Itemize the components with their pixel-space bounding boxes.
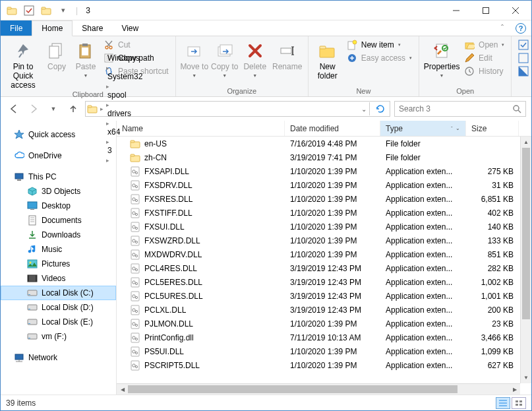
search-box[interactable]: Search 3 — [394, 101, 526, 117]
scroll-left-icon[interactable]: ◀ — [117, 384, 128, 395]
close-button[interactable] — [500, 1, 530, 20]
nav-documents[interactable]: Documents — [1, 213, 116, 228]
file-row[interactable]: PSCRIPT5.DLL1/10/2020 1:39 PMApplication… — [117, 358, 520, 372]
nav-this-pc[interactable]: This PC — [1, 170, 116, 184]
scroll-up-icon[interactable]: ▲ — [521, 137, 531, 148]
history-button[interactable]: History — [461, 65, 507, 77]
col-size[interactable]: Size — [466, 121, 519, 136]
scroll-down-icon[interactable]: ▼ — [521, 372, 531, 383]
tab-view[interactable]: View — [112, 20, 148, 36]
navigation-pane[interactable]: Quick access OneDrive This PC 3D Objects… — [1, 121, 117, 395]
file-row[interactable]: FXSUI.DLL1/10/2020 1:39 PMApplication ex… — [117, 220, 520, 234]
invert-selection-button[interactable]: Invert selection — [516, 65, 532, 77]
file-row[interactable]: PJLMON.DLL1/10/2020 1:39 PMApplication e… — [117, 317, 520, 331]
qat-folder2-icon[interactable] — [39, 3, 53, 18]
file-row[interactable]: PrintConfig.dll7/11/2019 10:13 AMApplica… — [117, 331, 520, 344]
tab-share[interactable]: Share — [73, 20, 112, 36]
minimize-button[interactable] — [441, 1, 471, 20]
view-details-button[interactable] — [496, 397, 510, 409]
delete-button[interactable]: Delete▼ — [241, 38, 270, 79]
nav-music[interactable]: Music — [1, 242, 116, 257]
properties-button[interactable]: Properties▼ — [423, 38, 460, 79]
col-type[interactable]: Typeˆ ⌄ — [380, 121, 466, 136]
scroll-right-icon[interactable]: ▶ — [509, 384, 520, 395]
nav-vm-f[interactable]: vm (F:) — [1, 329, 116, 344]
file-row[interactable]: FXSRES.DLL1/10/2020 1:39 PMApplication e… — [117, 192, 520, 206]
collapse-ribbon-icon[interactable]: ˆ — [494, 24, 510, 33]
view-large-icons-button[interactable] — [512, 397, 526, 409]
paste-button[interactable]: Paste ▼ — [72, 38, 100, 79]
tab-file[interactable]: File — [1, 20, 32, 36]
breadcrumb-windows[interactable]: Windows — [106, 53, 144, 63]
refresh-button[interactable] — [372, 104, 388, 114]
nav-onedrive[interactable]: OneDrive — [1, 148, 116, 163]
nav-videos[interactable]: Videos — [1, 271, 116, 286]
file-row[interactable]: FXSWZRD.DLL1/10/2020 1:39 PMApplication … — [117, 234, 520, 247]
file-name: FXSDRV.DLL — [144, 181, 192, 190]
open-button[interactable]: Open ▾ — [461, 39, 507, 51]
file-row[interactable]: PCL5URES.DLL3/19/2019 12:43 PMApplicatio… — [117, 289, 520, 303]
col-name[interactable]: Name — [117, 121, 285, 136]
rename-button[interactable]: Rename — [271, 38, 304, 72]
nav-network[interactable]: Network — [1, 350, 116, 365]
nav-pictures[interactable]: Pictures — [1, 257, 116, 271]
tab-home[interactable]: Home — [32, 20, 73, 36]
file-date: 1/10/2020 1:39 PM — [285, 181, 380, 190]
back-button[interactable] — [6, 101, 22, 117]
file-row[interactable]: FXSDRV.DLL1/10/2020 1:39 PMApplication e… — [117, 178, 520, 192]
qat-folder-icon[interactable] — [5, 3, 19, 18]
chevron-right-icon[interactable]: ▸ — [106, 102, 109, 108]
new-item-button[interactable]: New item ▾ — [344, 39, 415, 51]
nav-quick-access[interactable]: Quick access — [1, 127, 116, 142]
nav-disk-d[interactable]: Local Disk (D:) — [1, 300, 116, 315]
file-row[interactable]: zh-CN3/19/2019 7:41 PMFile folder — [117, 150, 520, 164]
maximize-button[interactable] — [471, 1, 500, 20]
file-row[interactable]: PCLXL.DLL3/19/2019 12:43 PMApplication e… — [117, 303, 520, 317]
scroll-thumb[interactable] — [522, 148, 530, 319]
horizontal-scrollbar[interactable]: ◀ ▶ — [117, 383, 520, 395]
breadcrumb-drivers[interactable]: drivers — [106, 109, 144, 118]
recent-locations-button[interactable]: ▼ — [45, 101, 61, 117]
breadcrumb-system32[interactable]: System32 — [106, 72, 144, 81]
file-rows[interactable]: en-US7/16/2019 4:48 PMFile folderzh-CN3/… — [117, 137, 531, 395]
nav-3d-objects[interactable]: 3D Objects — [1, 184, 116, 199]
file-row[interactable]: PS5UI.DLL1/10/2020 1:39 PMApplication ex… — [117, 344, 520, 358]
chevron-right-icon[interactable]: ▸ — [106, 65, 109, 71]
address-bar[interactable]: ▸ Windows▸System32▸spool▸drivers▸x64▸3▸ … — [85, 101, 390, 117]
qat-properties-icon[interactable] — [22, 3, 36, 18]
file-name: FXSWZRD.DLL — [144, 236, 200, 245]
copy-to-button[interactable]: Copy to▼ — [210, 38, 239, 79]
forward-button[interactable] — [26, 101, 42, 117]
select-all-icon — [518, 40, 529, 50]
select-all-button[interactable]: Select all — [516, 39, 532, 51]
title-bar: ▾ | 3 — [1, 1, 531, 20]
address-dropdown-icon[interactable]: ⌄ — [361, 106, 367, 113]
up-button[interactable] — [65, 101, 81, 117]
nav-disk-e[interactable]: Local Disk (E:) — [1, 315, 116, 329]
file-row[interactable]: FXSAPI.DLL1/10/2020 1:39 PMApplication e… — [117, 164, 520, 178]
file-row[interactable]: en-US7/16/2019 4:48 PMFile folder — [117, 137, 520, 150]
nav-desktop[interactable]: Desktop — [1, 199, 116, 213]
cut-button[interactable]: Cut — [101, 39, 171, 51]
scroll-thumb-h[interactable] — [128, 385, 458, 393]
nav-disk-c[interactable]: Local Disk (C:) — [1, 286, 116, 300]
col-date[interactable]: Date modified — [285, 121, 380, 136]
nav-downloads[interactable]: Downloads — [1, 228, 116, 242]
breadcrumb-spool[interactable]: spool — [106, 90, 144, 100]
move-to-button[interactable]: Move to▼ — [180, 38, 209, 79]
file-row[interactable]: FXSTIFF.DLL1/10/2020 1:39 PMApplication … — [117, 206, 520, 220]
vertical-scrollbar[interactable]: ▲ ▼ — [520, 137, 531, 383]
crumb-root-sep[interactable]: ▸ — [100, 106, 103, 112]
new-folder-button[interactable]: New folder — [312, 38, 343, 81]
edit-button[interactable]: Edit — [461, 52, 507, 64]
help-icon[interactable]: ? — [516, 23, 526, 34]
qat-dropdown-icon[interactable]: ▾ — [56, 3, 71, 18]
chevron-right-icon[interactable]: ▸ — [106, 83, 109, 90]
pin-quick-access-button[interactable]: Pin to Quick access — [5, 38, 42, 90]
file-row[interactable]: MXDWDRV.DLL1/10/2020 1:39 PMApplication … — [117, 247, 520, 261]
select-none-button[interactable]: Select none — [516, 52, 532, 64]
file-row[interactable]: PCL4RES.DLL3/19/2019 12:43 PMApplication… — [117, 261, 520, 275]
easy-access-button[interactable]: Easy access ▾ — [344, 52, 415, 64]
file-row[interactable]: PCL5ERES.DLL3/19/2019 12:43 PMApplicatio… — [117, 275, 520, 289]
copy-button[interactable]: Copy — [43, 38, 71, 72]
